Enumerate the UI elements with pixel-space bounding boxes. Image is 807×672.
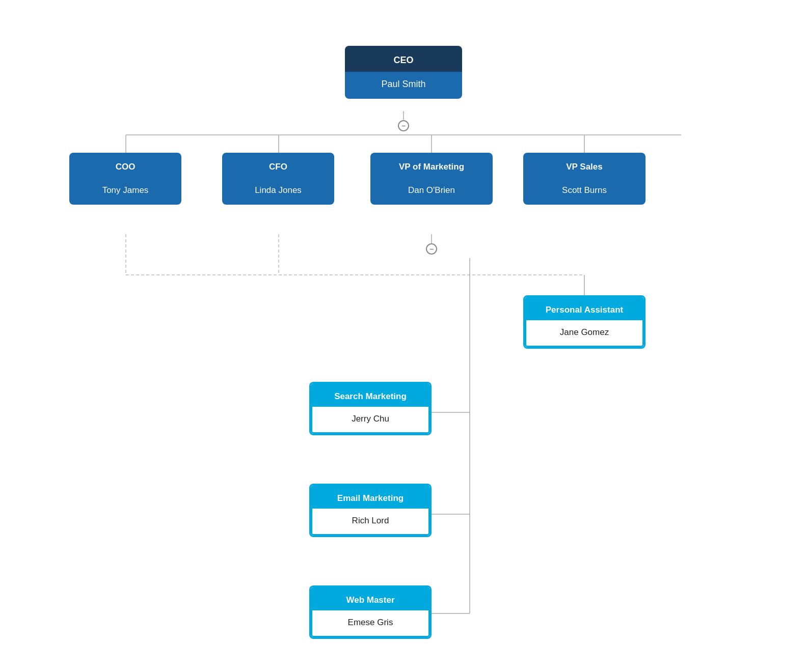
em-node[interactable]: Email Marketing Rich Lord [309, 484, 432, 537]
coo-name: Tony James [69, 178, 181, 205]
cfo-title: CFO [222, 153, 334, 178]
em-name: Rich Lord [311, 509, 430, 536]
org-chart-container: CEO Paul Smith − COO Tony James CFO Lind… [47, 15, 760, 667]
vps-title: VP Sales [523, 153, 645, 178]
vpm-title: VP of Marketing [370, 153, 493, 178]
coo-node[interactable]: COO Tony James [69, 153, 181, 205]
wm-name: Emese Gris [311, 610, 430, 637]
cfo-name: Linda Jones [222, 178, 334, 205]
org-chart: CEO Paul Smith − COO Tony James CFO Lind… [47, 25, 760, 667]
vpm-node[interactable]: VP of Marketing Dan O'Brien [370, 153, 493, 205]
ceo-name: Paul Smith [345, 72, 462, 99]
vps-name: Scott Burns [523, 178, 645, 205]
pa-node[interactable]: Personal Assistant Jane Gomez [523, 295, 645, 349]
ceo-collapse-button[interactable]: − [398, 120, 409, 131]
vps-node[interactable]: VP Sales Scott Burns [523, 153, 645, 205]
vpm-collapse-button[interactable]: − [426, 243, 437, 255]
wm-node[interactable]: Web Master Emese Gris [309, 585, 432, 639]
vpm-name: Dan O'Brien [370, 178, 493, 205]
pa-name: Jane Gomez [525, 320, 644, 347]
pa-title: Personal Assistant [525, 297, 644, 320]
minus-icon-vpm: − [429, 245, 434, 253]
coo-title: COO [69, 153, 181, 178]
ceo-node[interactable]: CEO Paul Smith [345, 46, 462, 99]
sm-node[interactable]: Search Marketing Jerry Chu [309, 382, 432, 435]
ceo-title: CEO [345, 46, 462, 72]
sm-title: Search Marketing [311, 383, 430, 407]
minus-icon: − [401, 122, 406, 130]
sm-name: Jerry Chu [311, 407, 430, 434]
em-title: Email Marketing [311, 485, 430, 509]
cfo-node[interactable]: CFO Linda Jones [222, 153, 334, 205]
wm-title: Web Master [311, 587, 430, 610]
